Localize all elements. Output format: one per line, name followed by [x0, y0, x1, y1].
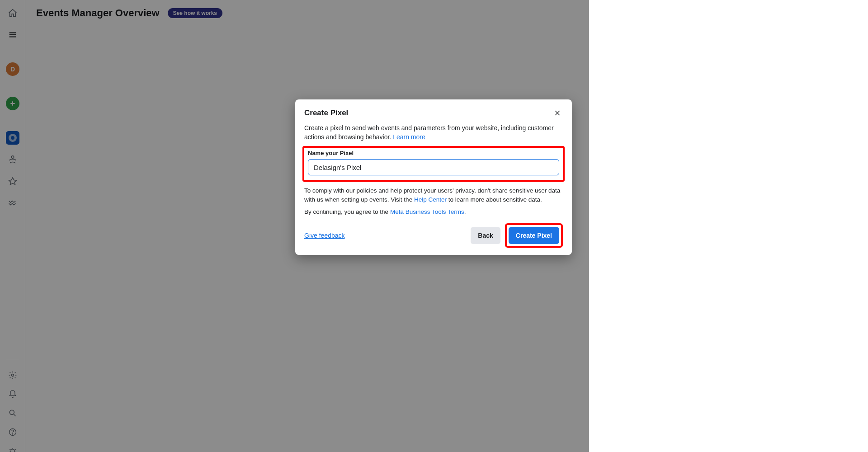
- app-frame: D: [0, 0, 589, 452]
- terms-link[interactable]: Meta Business Tools Terms: [390, 208, 464, 215]
- privacy-note: To comply with our policies and help pro…: [304, 186, 563, 204]
- modal-footer: Give feedback Back Create Pixel: [304, 223, 563, 248]
- terms-note: By continuing, you agree to the Meta Bus…: [304, 208, 563, 215]
- give-feedback-link[interactable]: Give feedback: [304, 232, 345, 239]
- modal-title: Create Pixel: [304, 108, 348, 118]
- close-icon[interactable]: [552, 108, 563, 118]
- create-button-highlight: Create Pixel: [505, 223, 563, 248]
- learn-more-link[interactable]: Learn more: [393, 133, 425, 141]
- create-pixel-modal: Create Pixel Create a pixel to send web …: [295, 99, 572, 255]
- create-pixel-button[interactable]: Create Pixel: [509, 227, 559, 244]
- back-button[interactable]: Back: [471, 227, 500, 244]
- help-center-link[interactable]: Help Center: [414, 196, 447, 203]
- pixel-name-input[interactable]: [308, 159, 559, 175]
- name-field-highlight: Name your Pixel: [302, 146, 565, 182]
- modal-description: Create a pixel to send web events and pa…: [304, 124, 563, 141]
- name-field-label: Name your Pixel: [308, 150, 559, 156]
